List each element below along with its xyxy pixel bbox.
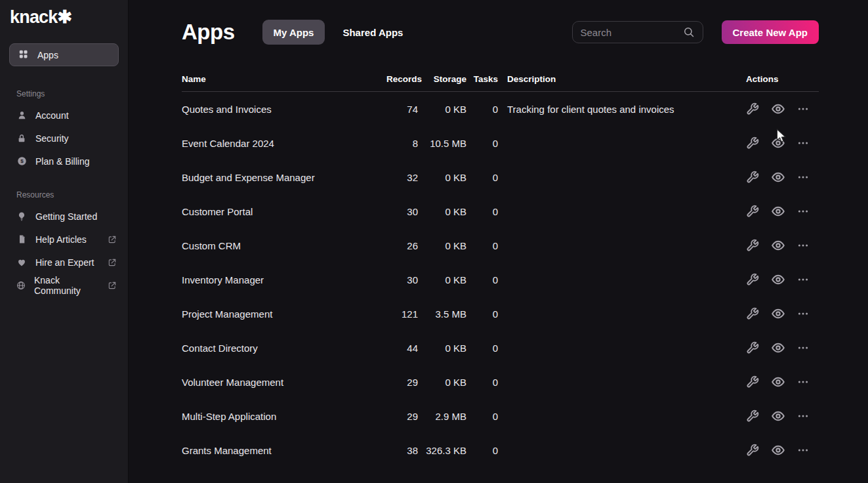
app-name-link[interactable]: Event Calendar 2024 <box>182 138 386 149</box>
app-name-link[interactable]: Volunteer Management <box>182 377 386 388</box>
more-options-ellipsis-button[interactable] <box>797 137 809 149</box>
table-row[interactable]: Multi-Step Application 29 2.9 MB 0 <box>182 399 819 433</box>
builder-wrench-button[interactable] <box>746 307 759 320</box>
user-icon <box>16 110 27 120</box>
more-options-ellipsis-button[interactable] <box>797 376 809 388</box>
view-live-app-eye-button[interactable] <box>771 443 785 457</box>
sidebar-item-account[interactable]: Account <box>9 104 119 127</box>
view-live-app-eye-button[interactable] <box>771 409 785 423</box>
app-storage-size: 0 KB <box>418 104 466 115</box>
app-records-count: 74 <box>386 104 418 115</box>
create-new-app-button[interactable]: Create New App <box>722 20 819 44</box>
table-row[interactable]: Custom CRM 26 0 KB 0 <box>182 228 819 262</box>
sidebar-section-settings: Settings Account Security $ <box>9 89 119 173</box>
view-live-app-eye-button[interactable] <box>771 170 785 184</box>
table-row[interactable]: Inventory Manager 30 0 KB 0 <box>182 262 819 297</box>
app-name-link[interactable]: Inventory Manager <box>182 274 386 285</box>
builder-wrench-button[interactable] <box>746 273 759 286</box>
apps-tabs: My Apps Shared Apps <box>262 20 415 45</box>
svg-text:$: $ <box>20 158 24 164</box>
app-tasks-count: 0 <box>466 411 498 422</box>
view-live-app-eye-button[interactable] <box>771 306 785 321</box>
view-live-app-eye-button[interactable] <box>771 341 785 355</box>
row-actions <box>740 102 819 116</box>
view-live-app-eye-button[interactable] <box>771 204 785 219</box>
app-name-link[interactable]: Project Management <box>182 308 386 320</box>
app-name-link[interactable]: Custom CRM <box>182 240 386 251</box>
sidebar-item-knack-community[interactable]: Knack Community <box>9 274 119 297</box>
table-row[interactable]: Project Management 121 3.5 MB 0 <box>182 297 819 331</box>
builder-wrench-button[interactable] <box>746 136 759 150</box>
table-row[interactable]: Event Calendar 2024 8 10.5 MB 0 <box>182 126 819 160</box>
document-icon <box>16 234 27 244</box>
sidebar-item-plan-billing[interactable]: $ Plan & Billing <box>9 150 119 173</box>
builder-wrench-button[interactable] <box>746 205 759 218</box>
builder-wrench-button[interactable] <box>746 375 759 388</box>
more-options-ellipsis-button[interactable] <box>797 308 809 320</box>
more-options-ellipsis-button[interactable] <box>797 342 809 354</box>
builder-wrench-button[interactable] <box>746 171 759 184</box>
app-storage-size: 0 KB <box>418 206 466 217</box>
search-icon[interactable] <box>683 26 695 38</box>
builder-wrench-button[interactable] <box>746 102 759 116</box>
more-options-ellipsis-button[interactable] <box>797 444 809 456</box>
app-name-link[interactable]: Quotes and Invoices <box>182 104 386 115</box>
app-records-count: 29 <box>386 377 418 388</box>
section-label: Settings <box>16 89 119 98</box>
search-box <box>572 21 703 43</box>
sidebar-item-label: Hire an Expert <box>35 257 94 268</box>
tab-my-apps[interactable]: My Apps <box>262 20 325 45</box>
more-options-ellipsis-button[interactable] <box>797 205 809 217</box>
knack-logo[interactable]: knack✱ <box>10 7 119 28</box>
column-header-description: Description <box>498 74 740 84</box>
view-live-app-eye-button[interactable] <box>771 272 785 287</box>
table-row[interactable]: Budget and Expense Manager 32 0 KB 0 <box>182 160 819 194</box>
app-name-link[interactable]: Multi-Step Application <box>182 411 386 422</box>
main-content: Apps My Apps Shared Apps Create New App … <box>129 0 868 483</box>
heart-icon <box>16 258 27 266</box>
view-live-app-eye-button[interactable] <box>771 102 785 116</box>
more-options-ellipsis-button[interactable] <box>797 171 809 183</box>
table-row[interactable]: Quotes and Invoices 74 0 KB 0 Tracking f… <box>182 92 819 126</box>
knack-app-window: knack✱ Apps Settings Account <box>0 0 868 483</box>
lock-icon <box>16 134 27 143</box>
app-storage-size: 0 KB <box>418 377 466 388</box>
view-live-app-eye-button[interactable] <box>771 375 785 389</box>
sidebar-item-help-articles[interactable]: Help Articles <box>9 228 119 251</box>
more-options-ellipsis-button[interactable] <box>797 103 809 115</box>
table-row[interactable]: Customer Portal 30 0 KB 0 <box>182 194 819 228</box>
view-live-app-eye-button[interactable] <box>771 238 785 253</box>
app-name-link[interactable]: Grants Management <box>182 445 386 456</box>
sidebar-item-label: Getting Started <box>35 211 97 222</box>
row-actions <box>740 136 819 150</box>
column-header-tasks: Tasks <box>466 74 498 84</box>
app-name-link[interactable]: Customer Portal <box>182 206 386 217</box>
sidebar: knack✱ Apps Settings Account <box>0 0 129 483</box>
sidebar-item-getting-started[interactable]: Getting Started <box>9 205 119 228</box>
builder-wrench-button[interactable] <box>746 444 759 457</box>
app-records-count: 8 <box>386 138 418 149</box>
app-tasks-count: 0 <box>466 104 498 115</box>
app-storage-size: 10.5 MB <box>418 138 466 149</box>
table-header-row: Name Records Storage Tasks Description A… <box>182 67 819 92</box>
more-options-ellipsis-button[interactable] <box>797 240 809 251</box>
more-options-ellipsis-button[interactable] <box>797 410 809 422</box>
more-options-ellipsis-button[interactable] <box>797 274 809 285</box>
column-header-records: Records <box>386 74 418 84</box>
builder-wrench-button[interactable] <box>746 239 759 252</box>
builder-wrench-button[interactable] <box>746 341 759 354</box>
table-row[interactable]: Volunteer Management 29 0 KB 0 <box>182 365 819 399</box>
sidebar-item-apps[interactable]: Apps <box>9 43 119 66</box>
table-row[interactable]: Grants Management 38 326.3 KB 0 <box>182 433 819 467</box>
sidebar-item-hire-an-expert[interactable]: Hire an Expert <box>9 251 119 274</box>
builder-wrench-button[interactable] <box>746 410 759 423</box>
app-name-link[interactable]: Contact Directory <box>182 343 386 354</box>
search-input[interactable] <box>581 27 678 38</box>
view-live-app-eye-button[interactable] <box>771 136 785 150</box>
table-row[interactable]: Contact Directory 44 0 KB 0 <box>182 331 819 365</box>
app-name-link[interactable]: Budget and Expense Manager <box>182 172 386 183</box>
sidebar-item-security[interactable]: Security <box>9 127 119 150</box>
external-link-icon <box>108 235 117 244</box>
tab-shared-apps[interactable]: Shared Apps <box>331 20 414 45</box>
app-storage-size: 326.3 KB <box>418 445 466 456</box>
